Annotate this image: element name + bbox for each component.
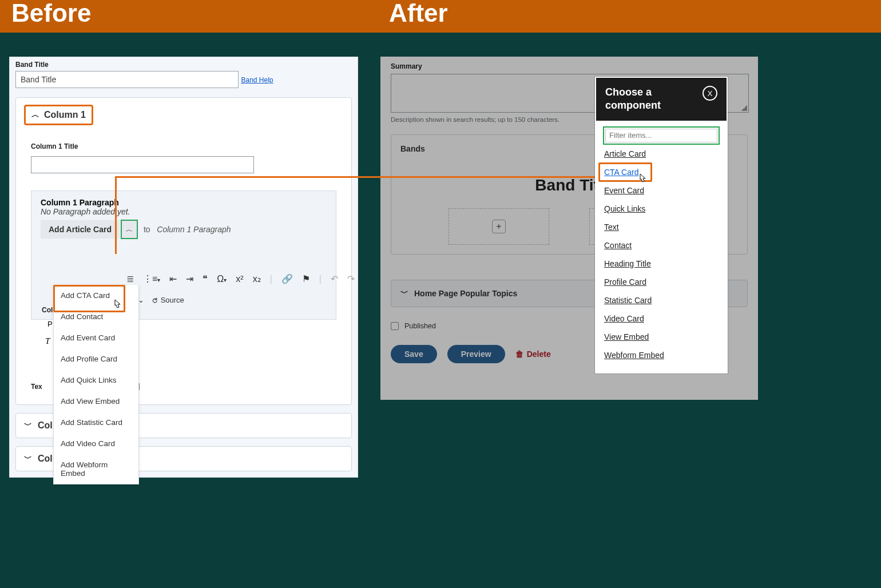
p-partial: P xyxy=(47,320,53,328)
close-icon: X xyxy=(708,89,713,98)
modal-title: Choose a component xyxy=(605,86,685,113)
modal-item-text[interactable]: Text xyxy=(603,218,720,236)
band-title-input[interactable] xyxy=(15,71,239,88)
modal-item-event[interactable]: Event Card xyxy=(603,181,720,200)
modal-item-profile[interactable]: Profile Card xyxy=(603,273,720,291)
modal-header: Choose a component X xyxy=(596,78,727,121)
band-title-label: Band Title xyxy=(15,61,352,69)
source-icon: ⟳ xyxy=(150,295,160,305)
tex-partial-label: Tex xyxy=(31,383,42,391)
modal-item-webform[interactable]: Webform Embed xyxy=(603,346,720,364)
dropdown-item-contact[interactable]: Add Contact xyxy=(54,306,138,327)
modal-item-video[interactable]: Video Card xyxy=(603,309,720,328)
editor-toolbar-partial: ≣ ⋮≡▾ ⇤ ⇥ ❝ Ω▾ x² x₂ | 🔗 ⚑ | ↶ ↷ xyxy=(41,273,327,284)
filter-input-highlight xyxy=(603,126,720,145)
superscript-icon[interactable]: x² xyxy=(236,274,243,284)
subscript-icon[interactable]: x₂ xyxy=(253,273,261,284)
chevron-down-icon: ﹀ xyxy=(24,420,32,431)
column1-title-input[interactable] xyxy=(31,156,254,173)
modal-item-quicklinks[interactable]: Quick Links xyxy=(603,200,720,218)
add-article-card-button[interactable]: Add Article Card xyxy=(41,220,120,239)
cursor-icon xyxy=(637,173,648,188)
dropdown-item-event[interactable]: Add Event Card xyxy=(54,327,138,348)
modal-item-heading[interactable]: Heading Title xyxy=(603,255,720,273)
chevron-up-icon: ︿ xyxy=(126,225,133,235)
dropdown-item-webform[interactable]: Add Webform Embed xyxy=(54,454,138,484)
before-panel: Band Title Band Help ︿ Column 1 Column 1… xyxy=(9,57,358,478)
modal-item-article[interactable]: Article Card xyxy=(603,145,720,163)
add-card-dropdown: Add CTA Card Add Contact Add Event Card … xyxy=(53,285,139,484)
col-collapsed-label: Col xyxy=(38,420,53,431)
modal-close-button[interactable]: X xyxy=(703,86,717,101)
comparison-header: Before After xyxy=(0,0,881,33)
dropdown-item-statistic[interactable]: Add Statistic Card xyxy=(54,412,138,433)
column1-title-label: Column 1 Title xyxy=(31,142,336,150)
undo-icon[interactable]: ↶ xyxy=(331,273,338,284)
band-help-link[interactable]: Band Help xyxy=(241,76,273,84)
link-icon[interactable]: 🔗 xyxy=(281,273,293,284)
c1-paragraph-empty: No Paragraph added yet. xyxy=(41,207,327,216)
modal-item-cta[interactable]: CTA Card xyxy=(603,163,720,181)
numbered-list-icon[interactable]: ⋮≡▾ xyxy=(143,273,160,284)
chevron-down-icon: ﹀ xyxy=(24,454,32,464)
t-styled-partial: T xyxy=(45,336,50,346)
to-target: Column 1 Paragraph xyxy=(157,225,231,234)
header-before-label: Before xyxy=(11,0,91,27)
cursor-icon xyxy=(112,299,123,314)
header-after-label: After xyxy=(389,0,448,27)
add-card-dropdown-toggle[interactable]: ︿ xyxy=(121,220,138,239)
col-collapsed-label: Col xyxy=(38,454,53,464)
list-icon[interactable]: ≣ xyxy=(126,273,134,284)
modal-item-viewembed[interactable]: View Embed xyxy=(603,328,720,346)
outdent-icon[interactable]: ⇤ xyxy=(169,273,177,284)
chevron-up-icon: ︿ xyxy=(31,110,39,120)
dropdown-item-cta[interactable]: Add CTA Card xyxy=(54,285,138,306)
c1-paragraph-title: Column 1 Paragraph xyxy=(41,198,327,207)
indent-icon[interactable]: ⇥ xyxy=(186,273,193,284)
source-button[interactable]: ⟳ Source xyxy=(152,296,184,304)
column1-header-label: Column 1 xyxy=(44,110,86,120)
column1-collapse-toggle[interactable]: ︿ Column 1 xyxy=(24,105,93,125)
dropdown-item-quicklinks[interactable]: Add Quick Links xyxy=(54,370,138,391)
modal-item-statistic[interactable]: Statistic Card xyxy=(603,291,720,309)
dropdown-item-viewembed[interactable]: Add View Embed xyxy=(54,391,138,412)
modal-item-contact[interactable]: Contact xyxy=(603,236,720,255)
to-label: to xyxy=(144,225,150,234)
redo-icon[interactable]: ↷ xyxy=(347,273,355,284)
dropdown-item-profile[interactable]: Add Profile Card xyxy=(54,348,138,370)
omega-icon[interactable]: Ω▾ xyxy=(217,274,227,284)
flag-icon[interactable]: ⚑ xyxy=(302,273,310,284)
dropdown-item-video[interactable]: Add Video Card xyxy=(54,433,138,454)
quote-icon[interactable]: ❝ xyxy=(203,273,208,284)
filter-input[interactable] xyxy=(605,129,717,142)
choose-component-modal: Choose a component X Article Card CTA Ca… xyxy=(595,77,728,374)
